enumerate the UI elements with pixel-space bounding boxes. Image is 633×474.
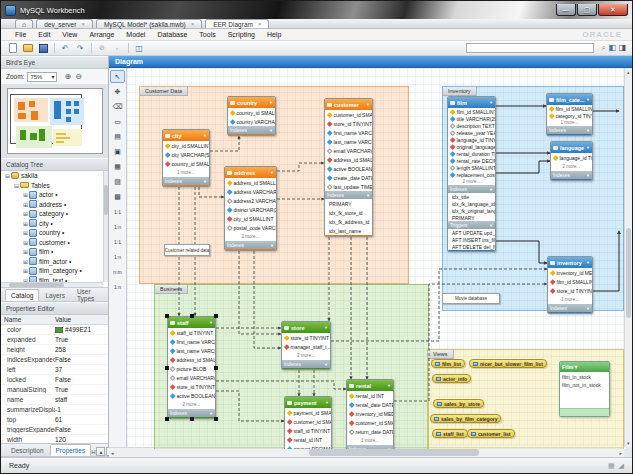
- diagram-canvas[interactable]: Customer DataInventoryBusinessViewscount…: [127, 68, 626, 449]
- tab-close-icon[interactable]: ×: [81, 21, 85, 27]
- expander-icon[interactable]: ⊞: [22, 191, 29, 198]
- more-columns-label[interactable]: 1 more...: [547, 119, 592, 126]
- show-grid-button[interactable]: ▫: [110, 42, 124, 54]
- table-column[interactable]: country VARCHAR(50): [228, 117, 275, 126]
- property-value[interactable]: True: [55, 386, 108, 393]
- table-column[interactable]: staff_id TINYINT: [168, 328, 215, 337]
- eraser-tool[interactable]: ⌫: [110, 100, 125, 113]
- table-inventory[interactable]: inventory▼inventory_id MEDI...film_id SM…: [547, 256, 593, 314]
- view-sales-by-film-category[interactable]: sales_by_film_category: [430, 414, 501, 423]
- table-column[interactable]: last_update TIMEST...: [325, 182, 372, 191]
- routine-group-header[interactable]: Film▼: [560, 362, 609, 372]
- table-column[interactable]: amount DECIMAL(5...: [285, 444, 331, 449]
- scroll-left-icon[interactable]: ◂: [111, 450, 114, 456]
- tab-close-icon[interactable]: ×: [191, 21, 195, 27]
- selection-handle[interactable]: [190, 314, 194, 318]
- scroll-up-icon[interactable]: ▴: [627, 69, 630, 75]
- sidebar-toggle-left-icon[interactable]: ◧: [608, 43, 616, 52]
- table-column[interactable]: customer_id SMA...: [347, 418, 393, 427]
- table-staff[interactable]: staff▼staff_id TINYINTfirst_name VARCHA.…: [167, 316, 216, 419]
- selection-handle[interactable]: [165, 417, 169, 421]
- table-column[interactable]: film_id SMALLINT: [548, 277, 592, 286]
- vertical-scroll-thumb[interactable]: [626, 228, 631, 318]
- panel-tab-layers[interactable]: Layers: [39, 289, 71, 301]
- index-row[interactable]: PRIMARY: [325, 199, 372, 208]
- scroll-right-icon[interactable]: ▸: [619, 450, 622, 456]
- table-column[interactable]: rental_id INT: [347, 391, 393, 400]
- collapse-icon[interactable]: ▼: [324, 325, 328, 330]
- table-column[interactable]: active BOOLEAN: [325, 164, 372, 173]
- save-model-button[interactable]: [36, 42, 50, 54]
- table-language[interactable]: language▼language_id TINY...2 more...Ind…: [550, 141, 593, 181]
- table-column[interactable]: email VARCHAR(50): [168, 373, 215, 382]
- table-store[interactable]: store▼store_id TINYINTmanager_staff_i...…: [281, 321, 331, 370]
- tree-item-address[interactable]: ⊞address •: [1, 200, 108, 210]
- table-header-rental[interactable]: rental▼: [347, 380, 393, 391]
- more-columns-label[interactable]: 1 more...: [163, 168, 209, 177]
- section-bar-triggers[interactable]: Triggers▼: [448, 221, 495, 229]
- rel-one-one-tool[interactable]: 1:1: [110, 235, 125, 248]
- property-value[interactable]: False: [55, 356, 108, 363]
- tree-item-actor[interactable]: ⊞actor •: [1, 190, 108, 200]
- table-column[interactable]: country_id SMALLINT: [163, 159, 209, 168]
- layout-toggle-icon[interactable]: ▦: [608, 462, 615, 470]
- view-actor-info[interactable]: actor_info: [432, 374, 471, 383]
- table-column[interactable]: return_date DATE...: [347, 427, 393, 436]
- section-bar-indexes[interactable]: Indexes▼: [547, 126, 592, 134]
- selection-handle[interactable]: [214, 366, 218, 370]
- select-tool[interactable]: ↖: [110, 70, 125, 83]
- hide-sidebar-button[interactable]: ⊘: [95, 42, 109, 54]
- home-tab[interactable]: ⌂: [15, 19, 33, 28]
- table-header-customer[interactable]: customer▼: [325, 99, 372, 110]
- table-column[interactable]: description TEXT: [448, 122, 495, 129]
- property-value[interactable]: True: [55, 336, 108, 343]
- table-column[interactable]: city_id SMALLINT: [225, 214, 276, 223]
- property-value[interactable]: #499E21: [55, 326, 108, 333]
- more-columns-label[interactable]: 2 more...: [551, 162, 592, 171]
- index-row[interactable]: idx_title: [448, 193, 495, 200]
- minimize-button[interactable]: —: [556, 4, 576, 16]
- resize-grip[interactable]: ◢: [619, 462, 624, 470]
- table-column[interactable]: address_id SMALLINT: [325, 155, 372, 164]
- table-column[interactable]: store_id TINYINT: [548, 286, 592, 295]
- view-customer-list[interactable]: customer_list: [467, 429, 515, 438]
- search-filter-icon[interactable]: ⌕: [602, 43, 606, 53]
- tree-item-customer[interactable]: ⊞customer •: [1, 238, 108, 248]
- table-column[interactable]: language_id TINYINT: [448, 136, 495, 143]
- table-column[interactable]: address VARCHAR(50): [225, 187, 276, 196]
- view-film-list[interactable]: film_list: [431, 359, 465, 368]
- table-header-country[interactable]: country▼: [228, 97, 275, 108]
- table-column[interactable]: store_id TINYINT: [282, 333, 330, 342]
- property-value[interactable]: 37: [55, 366, 108, 373]
- expander-icon[interactable]: ⊞: [22, 239, 29, 246]
- table-column[interactable]: last_name VARCHA...: [168, 346, 215, 355]
- table-payment[interactable]: payment▼payment_id SMA...customer_id SMA…: [284, 396, 332, 449]
- menu-arrange[interactable]: Arrange: [83, 31, 120, 38]
- table-tool[interactable]: ▦: [110, 160, 125, 173]
- menu-scripting[interactable]: Scripting: [222, 31, 261, 38]
- tree-item-city[interactable]: ⊞city •: [1, 219, 108, 229]
- table-column[interactable]: inventory_id MEDI...: [347, 409, 393, 418]
- table-column[interactable]: store_id TINYINT: [168, 382, 215, 391]
- property-value[interactable]: -1: [55, 406, 108, 413]
- table-column[interactable]: rental_id INT: [285, 435, 331, 444]
- tab-eer-diagram[interactable]: EER Diagram×: [205, 19, 269, 28]
- more-columns-label[interactable]: 2 more...: [168, 400, 215, 409]
- collapse-icon[interactable]: ▼: [586, 145, 590, 150]
- table-column[interactable]: city_id SMALLINT: [163, 141, 209, 150]
- index-row[interactable]: idx_fk_address_id: [325, 217, 372, 226]
- panel-tab-catalog[interactable]: Catalog: [5, 289, 39, 301]
- index-row[interactable]: idx_last_name: [325, 226, 372, 235]
- more-columns-label[interactable]: 1 more...: [548, 295, 592, 304]
- view-staff-list[interactable]: staff_list: [432, 429, 468, 438]
- table-film[interactable]: film▼film_id SMALLINTtitle VARCHAR(255)d…: [447, 96, 496, 252]
- section-bar-indexes[interactable]: Indexes▼: [551, 171, 592, 179]
- table-column[interactable]: rental_date DATE...: [347, 400, 393, 409]
- redo-button[interactable]: ↷: [73, 42, 87, 54]
- table-column[interactable]: length SMALLINT: [448, 164, 495, 171]
- table-column[interactable]: create_date DATETI...: [325, 173, 372, 182]
- horizontal-scroll-thumb[interactable]: [309, 449, 479, 456]
- expander-icon[interactable]: ⊟: [4, 172, 11, 179]
- open-model-button[interactable]: [21, 42, 35, 54]
- collapse-icon[interactable]: ▼: [586, 97, 590, 102]
